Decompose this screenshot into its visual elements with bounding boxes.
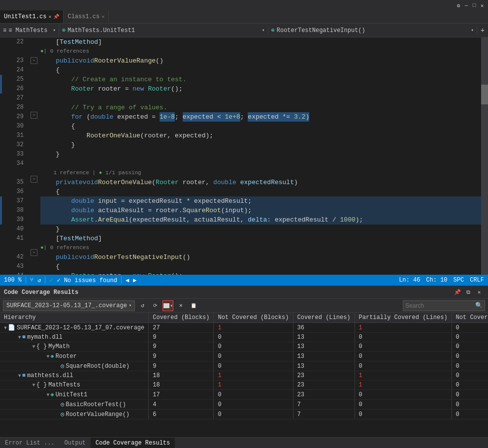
coverage-row-value: 0 — [452, 361, 488, 371]
coverage-row-value: 0 — [452, 342, 488, 352]
bottom-tab-output[interactable]: Output — [60, 438, 91, 448]
coverage-row-value: 0 — [452, 333, 488, 342]
coverage-row-name: ◎SquareRoot(double) — [0, 361, 149, 371]
coverage-row-value: 0 — [214, 410, 293, 419]
tab-pin-icon: 📌 — [53, 14, 59, 20]
nav-add-button[interactable]: + — [477, 24, 488, 37]
coverage-row-name: ◎RooterValueRange() — [0, 410, 149, 419]
coverage-row-value: 1 — [355, 381, 452, 390]
coverage-table-container[interactable]: Hierarchy Covered (Blocks) Not Covered (… — [0, 313, 488, 437]
coverage-row-value: 36 — [293, 323, 355, 333]
tab-unittest1-close[interactable]: ✕ — [48, 14, 51, 20]
coverage-row-value: 27 — [149, 323, 214, 333]
code-line-22-attr: [TestMethod] — [40, 37, 481, 47]
maximize-button[interactable]: □ — [470, 1, 478, 9]
coverage-row-value: 0 — [355, 361, 452, 371]
tab-bar: UnitTest1.cs ✕ 📌 Class1.cs ✕ — [0, 11, 488, 24]
tab-class1[interactable]: Class1.cs ✕ — [64, 10, 109, 23]
bottom-tab-output-label: Output — [65, 440, 86, 447]
code-line-39: Assert.AreEqual(expectedResult, actualRe… — [40, 215, 481, 224]
toolbar-refresh-btn[interactable]: ↺ — [137, 300, 148, 311]
panel-pin-button[interactable]: 📌 — [453, 288, 462, 297]
nav-class-dropdown[interactable]: ⊕ MathTests.UnitTest1 ▾ — [59, 27, 268, 34]
nav-chevron-icon: ▾ — [53, 28, 56, 33]
coverage-row-value: 4 — [149, 400, 214, 410]
coverage-row-value: 0 — [214, 361, 293, 371]
status-sep-1 — [26, 277, 26, 284]
search-input[interactable] — [405, 302, 474, 309]
settings-icon[interactable]: ⚙ — [455, 1, 462, 9]
code-line-36: { — [40, 187, 481, 196]
nav-method-dropdown[interactable]: ⊕ RooterTestNegativeInput() ▾ — [268, 27, 478, 34]
table-row[interactable]: ◎BasicRooterTest()40700 — [0, 400, 488, 410]
nav-project-label: ≡ MathTests — [8, 27, 47, 34]
coverage-row-value: 0 — [214, 400, 293, 410]
sync-icon[interactable]: ↺ — [37, 277, 41, 284]
code-line-31: RooterOneValue(rooter, expected); — [40, 131, 481, 140]
coverage-file-dropdown[interactable]: SURFACE_2023-12-05.13_17_.coverage ▾ — [3, 300, 135, 311]
panel-float-button[interactable]: ⧉ — [463, 288, 473, 297]
nav-class-chevron: ▾ — [262, 28, 264, 33]
coverage-row-value: 0 — [355, 410, 452, 419]
code-editor[interactable]: [TestMethod] ● | 0 references public voi… — [38, 37, 481, 275]
bottom-tab-coverage-label: Code Coverage Results — [96, 440, 170, 447]
coverage-row-value: 0 — [452, 323, 488, 333]
toolbar-reload-btn[interactable]: ⟳ — [150, 300, 161, 311]
scrollbar-thumb[interactable] — [481, 85, 488, 104]
coverage-table: Hierarchy Covered (Blocks) Not Covered (… — [0, 313, 488, 419]
code-line-35: private void RooterOneValue(Rooter roote… — [40, 178, 481, 187]
nav-method-icon: ⊕ — [271, 27, 275, 34]
bottom-tab-coverage[interactable]: Code Coverage Results — [91, 438, 175, 448]
search-icon[interactable]: 🔍 — [475, 302, 483, 309]
toolbar-export-btn[interactable]: 📋 — [188, 300, 199, 311]
bottom-tab-error-list[interactable]: Error List ... — [0, 438, 60, 448]
table-row[interactable]: ▼{ }MathTests1812310 — [0, 381, 488, 390]
collapse-btn-23[interactable]: − — [31, 57, 37, 64]
code-line-28: // Try a range of values. — [40, 103, 481, 112]
nav-project[interactable]: ≡ ≡ MathTests ▾ — [0, 24, 59, 37]
toolbar-delete-btn[interactable]: ✕ — [175, 300, 186, 311]
table-row[interactable]: ▼■mathtests.dll1812310 — [0, 371, 488, 381]
coverage-row-value: 23 — [293, 371, 355, 381]
git-icon[interactable]: ⑂ — [30, 277, 33, 284]
editor-scrollbar[interactable] — [481, 37, 488, 275]
no-issues-label: ✓ No issues found — [57, 277, 117, 284]
close-button[interactable]: ✕ — [478, 1, 486, 9]
search-box[interactable]: 🔍 — [403, 300, 485, 311]
coverage-row-value: 0 — [452, 400, 488, 410]
code-line-23: public void RooterValueRange() — [40, 56, 481, 65]
title-bar: ⚙ — □ ✕ — [0, 0, 488, 11]
status-right: Ln: 46 Ch: 10 SPC CRLF — [399, 277, 484, 284]
coverage-row-name: ▼📄SURFACE_2023-12-05.13_17_07.coverage — [0, 323, 149, 333]
collapse-btn-29[interactable]: − — [31, 112, 37, 119]
coverage-row-value: 23 — [293, 381, 355, 390]
table-row[interactable]: ▼■mymath.dll901300 — [0, 333, 488, 342]
code-line-32: } — [40, 140, 481, 150]
left-gutter: ▶ — [0, 37, 5, 275]
tab-unittest1-label: UnitTest1.cs — [4, 13, 46, 20]
toolbar-filter-btn[interactable]: ▾ — [163, 300, 173, 311]
tab-class1-close[interactable]: ✕ — [101, 14, 104, 20]
table-row[interactable]: ▼{ }MyMath901300 — [0, 342, 488, 352]
nav-arrows-left[interactable]: ◀ — [126, 277, 129, 284]
panel-close-button[interactable]: ✕ — [474, 288, 484, 297]
minimize-button[interactable]: — — [462, 1, 470, 9]
collapse-btn-35[interactable]: − — [31, 176, 37, 183]
code-line-29: for (double expected = 1e-8; expected < … — [40, 112, 481, 122]
coverage-row-value: 1 — [355, 323, 452, 333]
table-row[interactable]: ▼◈Rooter901300 — [0, 352, 488, 361]
coverage-row-value: 9 — [149, 352, 214, 361]
table-row[interactable]: ◎SquareRoot(double)901300 — [0, 361, 488, 371]
table-row[interactable]: ▼📄SURFACE_2023-12-05.13_17_07.coverage27… — [0, 323, 488, 333]
coverage-row-value: 6 — [149, 410, 214, 419]
coverage-row-value: 0 — [214, 390, 293, 400]
code-line-22-ref: ● | 0 references — [40, 47, 481, 56]
nav-arrows-right[interactable]: ▶ — [133, 277, 136, 284]
coverage-row-value: 0 — [355, 352, 452, 361]
coverage-row-name: ▼■mathtests.dll — [0, 371, 149, 381]
tab-unittest1[interactable]: UnitTest1.cs ✕ 📌 — [0, 10, 64, 23]
table-row[interactable]: ▼◈UnitTest11702300 — [0, 390, 488, 400]
coverage-row-value: 0 — [214, 352, 293, 361]
collapse-btn-42[interactable]: − — [31, 249, 37, 256]
table-row[interactable]: ◎RooterValueRange()60700 — [0, 410, 488, 419]
